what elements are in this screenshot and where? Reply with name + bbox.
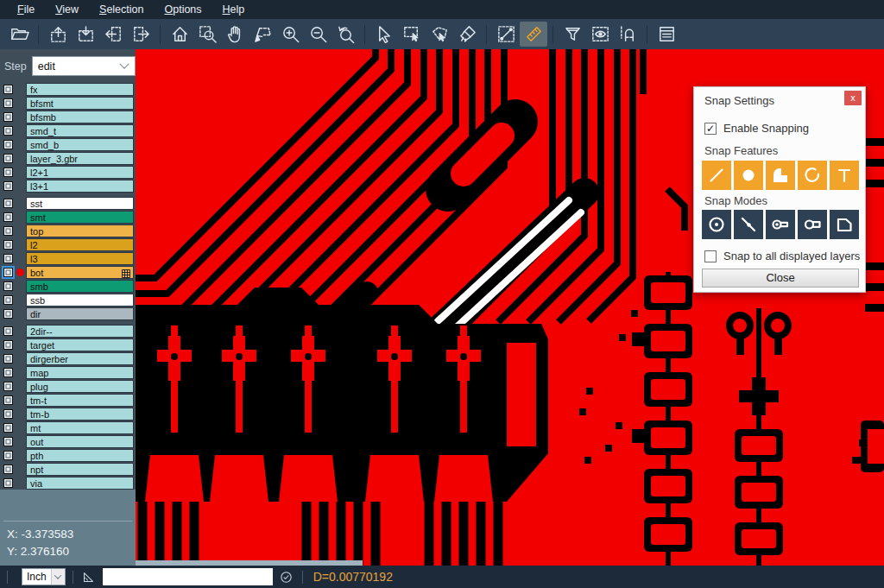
pan-button[interactable] [221, 22, 249, 47]
layer-visibility-checkbox[interactable] [3, 281, 13, 291]
snap-feature-surface-button[interactable] [766, 161, 795, 190]
menu-selection[interactable]: Selection [89, 2, 154, 18]
layer-visibility-checkbox[interactable] [3, 181, 13, 191]
zoom-window-button[interactable] [193, 22, 221, 47]
layer-row-l3[interactable]: l3 [0, 251, 136, 265]
filter-button[interactable] [559, 22, 586, 47]
layer-visibility-checkbox[interactable] [3, 226, 13, 236]
snap-mode-slot-button[interactable] [766, 210, 795, 239]
measure-ruler-button[interactable] [520, 22, 547, 47]
layer-visibility-checkbox[interactable] [3, 212, 13, 222]
layer-visibility-checkbox[interactable] [3, 354, 13, 364]
snap-all-layers-checkbox[interactable] [704, 250, 717, 262]
layer-row-npt[interactable]: npt [0, 462, 136, 476]
snap-settings-button[interactable] [614, 22, 641, 47]
layer-visibility-checkbox[interactable] [3, 168, 13, 177]
layer-row-2dir--[interactable]: 2dir-- [0, 324, 136, 338]
pcb-canvas[interactable]: Snap Settings x ✓ Enable Snapping Snap F… [136, 49, 884, 566]
layer-row-l2+1[interactable]: l2+1 [0, 165, 136, 179]
layer-row-tm-b[interactable]: tm-b [0, 407, 136, 420]
layer-row-out[interactable]: out [0, 434, 136, 448]
layer-row-dir[interactable]: dir [0, 307, 136, 320]
layer-row-mt[interactable]: mt [0, 420, 136, 434]
snap-feature-text-button[interactable] [830, 161, 859, 190]
zoom-out-button[interactable] [304, 22, 332, 47]
layer-row-map[interactable]: map [0, 365, 136, 379]
layer-visibility-checkbox[interactable] [3, 451, 13, 460]
menu-options[interactable]: Options [154, 2, 212, 18]
unit-select[interactable]: Inch [22, 568, 66, 585]
layer-visibility-checkbox[interactable] [3, 326, 13, 336]
layer-visibility-checkbox[interactable] [3, 340, 13, 350]
layer-row-smd_b[interactable]: smd_b [0, 137, 136, 151]
layer-visibility-checkbox[interactable] [3, 254, 13, 263]
layer-row-bot[interactable]: bot [0, 265, 136, 279]
select-button[interactable] [370, 22, 398, 47]
zoom-previous-button[interactable] [332, 22, 359, 47]
snap-mode-midpoint-button[interactable] [734, 210, 763, 239]
layer-row-plug[interactable]: plug [0, 379, 136, 393]
zoom-in-button[interactable] [276, 22, 304, 47]
layer-row-smd_t[interactable]: smd_t [0, 123, 136, 137]
layer-row-bfsmt[interactable]: bfsmt [0, 96, 136, 110]
angle-measure-icon[interactable] [80, 568, 98, 585]
view-options-button[interactable] [586, 22, 614, 47]
layer-row-target[interactable]: target [0, 338, 136, 351]
import-up-button[interactable] [44, 22, 72, 47]
layer-row-pth[interactable]: pth [0, 448, 136, 462]
menu-help[interactable]: Help [212, 2, 256, 18]
clean-button[interactable] [453, 22, 481, 47]
select-rect-button[interactable] [398, 22, 426, 47]
layer-row-l2[interactable]: l2 [0, 237, 136, 251]
layer-visibility-checkbox[interactable] [3, 478, 13, 488]
layer-visibility-checkbox[interactable] [3, 368, 13, 377]
enable-snapping-checkbox[interactable]: ✓ [704, 123, 717, 135]
layer-row-ssb[interactable]: ssb [0, 293, 136, 307]
snap-feature-arc-button[interactable] [798, 161, 827, 190]
layer-row-fx[interactable]: fx [0, 82, 136, 96]
layer-visibility-checkbox[interactable] [3, 240, 13, 250]
layer-visibility-checkbox[interactable] [3, 423, 13, 433]
layer-visibility-checkbox[interactable] [3, 395, 13, 405]
import-down-button[interactable] [72, 22, 99, 47]
layer-row-sst[interactable]: sst [0, 196, 136, 210]
layer-visibility-checkbox[interactable] [3, 98, 13, 108]
dialog-close-button[interactable]: x [844, 91, 862, 105]
layer-visibility-checkbox[interactable] [3, 437, 13, 446]
snap-mode-slot-open-button[interactable] [798, 210, 827, 239]
layer-visibility-checkbox[interactable] [3, 126, 13, 136]
layer-visibility-checkbox[interactable] [3, 268, 13, 277]
shift-left-button[interactable] [99, 22, 127, 47]
menu-view[interactable]: View [45, 2, 89, 18]
layer-row-l3+1[interactable]: l3+1 [0, 179, 136, 193]
shift-right-button[interactable] [127, 22, 155, 47]
dialog-close-action-button[interactable]: Close [702, 269, 859, 288]
layer-row-smt[interactable]: smt [0, 210, 136, 224]
layers-panel-button[interactable] [653, 22, 680, 47]
layer-visibility-checkbox[interactable] [3, 112, 13, 122]
layer-visibility-checkbox[interactable] [3, 199, 13, 208]
measure-line-button[interactable] [492, 22, 520, 47]
snap-mode-center-button[interactable] [702, 210, 731, 239]
menu-file[interactable]: File [7, 2, 45, 18]
layer-row-tm-t[interactable]: tm-t [0, 393, 136, 407]
layer-visibility-checkbox[interactable] [3, 309, 13, 319]
home-view-button[interactable] [166, 22, 193, 47]
layer-row-dirgerber[interactable]: dirgerber [0, 351, 136, 365]
layer-row-top[interactable]: top [0, 224, 136, 237]
layer-row-layer_3.gbr[interactable]: layer_3.gbr [0, 151, 136, 165]
layer-visibility-checkbox[interactable] [3, 154, 13, 163]
select-poly-button[interactable] [426, 22, 453, 47]
snap-mode-polygon-button[interactable] [830, 210, 859, 239]
layer-row-via[interactable]: via [0, 476, 136, 490]
layer-visibility-checkbox[interactable] [3, 382, 13, 391]
open-file-button[interactable] [5, 22, 33, 47]
step-select[interactable]: edit [32, 56, 136, 76]
layer-visibility-checkbox[interactable] [3, 140, 13, 149]
layer-visibility-checkbox[interactable] [3, 465, 13, 474]
snap-feature-line-button[interactable] [702, 161, 731, 190]
layer-visibility-checkbox[interactable] [3, 409, 13, 419]
measure-input[interactable] [103, 568, 273, 585]
layer-visibility-checkbox[interactable] [3, 295, 13, 305]
layer-row-smb[interactable]: smb [0, 279, 136, 293]
